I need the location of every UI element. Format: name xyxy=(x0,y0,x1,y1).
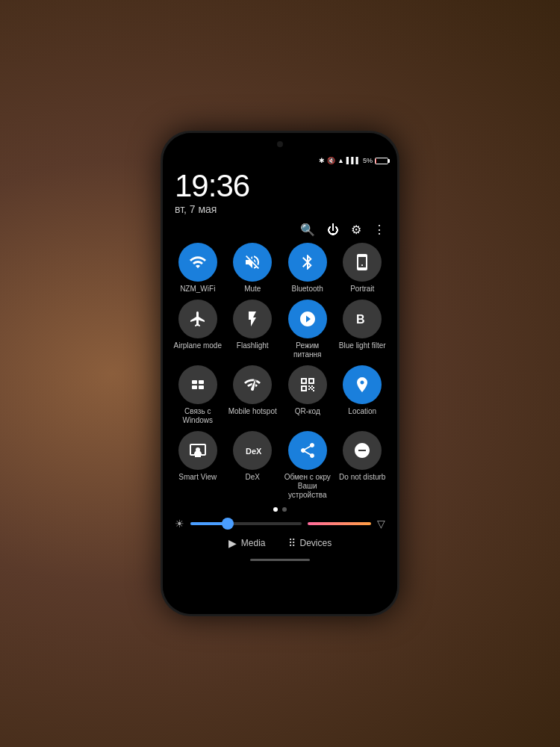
tile-portrait[interactable]: Portrait xyxy=(337,243,389,294)
airplane-tile-label: Airplane mode xyxy=(174,341,222,350)
camera xyxy=(277,141,283,147)
bottom-bar: ▶ Media ⠿ Devices xyxy=(163,533,397,554)
windows-tile-label: Связь с Windows xyxy=(172,407,224,425)
battery-icon xyxy=(375,158,388,164)
brightness-end xyxy=(308,522,371,525)
dot-2 xyxy=(282,507,287,512)
svg-text:B: B xyxy=(356,313,365,326)
tile-dnd[interactable]: Do not disturb xyxy=(337,431,389,500)
bluetooth-status-icon: ✱ xyxy=(319,157,325,164)
expand-button[interactable]: ▽ xyxy=(377,518,385,530)
status-icons: ✱ 🔇 ▲ ▌▌▌ 5% xyxy=(319,157,388,164)
status-bar: ✱ 🔇 ▲ ▌▌▌ 5% xyxy=(163,155,397,164)
signal-status-icon: ▌▌▌ xyxy=(346,157,361,164)
tiles-grid: NZM_WiFi Mute Bl xyxy=(163,240,397,503)
brightness-fill xyxy=(190,522,224,525)
more-icon[interactable]: ⋮ xyxy=(373,223,385,237)
dnd-tile-label: Do not disturb xyxy=(339,473,385,482)
blue-light-tile-label: Blue light filter xyxy=(339,341,386,350)
qr-tile-icon xyxy=(288,365,327,404)
tile-share[interactable]: Обмен с окру Ваши устройства xyxy=(281,431,334,500)
mute-tile-label: Mute xyxy=(244,285,261,294)
devices-icon: ⠿ xyxy=(288,537,296,549)
svg-rect-3 xyxy=(192,385,197,389)
bluetooth-tile-label: Bluetooth xyxy=(292,285,323,294)
blue-light-tile-icon: B xyxy=(343,300,382,338)
windows-tile-icon xyxy=(178,365,217,404)
svg-text:DeX: DeX xyxy=(246,447,261,456)
media-label: Media xyxy=(241,538,266,548)
home-bar xyxy=(250,559,310,561)
power-icon[interactable]: ⏻ xyxy=(327,223,339,237)
tile-hotspot[interactable]: Mobile hotspot xyxy=(227,365,279,425)
bluetooth-tile-icon xyxy=(288,243,327,282)
brightness-thumb xyxy=(222,518,234,530)
mute-tile-icon xyxy=(233,243,272,282)
tile-bluetooth[interactable]: Bluetooth xyxy=(281,243,334,294)
phone-screen: ✱ 🔇 ▲ ▌▌▌ 5% 19:36 вт, 7 мая 🔍 ⏻ ⚙ xyxy=(163,133,397,614)
home-indicator xyxy=(163,554,397,565)
flashlight-tile-icon xyxy=(233,300,272,338)
wifi-tile-label: NZM_WiFi xyxy=(180,285,215,294)
svg-rect-2 xyxy=(199,380,204,384)
wifi-tile-icon xyxy=(178,243,217,282)
quick-actions-header: 🔍 ⏻ ⚙ ⋮ xyxy=(163,220,397,240)
dot-1 xyxy=(273,507,278,512)
share-tile-label: Обмен с окру Ваши устройства xyxy=(281,473,334,500)
screen-content: 19:36 вт, 7 мая 🔍 ⏻ ⚙ ⋮ NZM_WiFi xyxy=(163,164,397,614)
battery-fill xyxy=(376,158,376,164)
hotspot-tile-label: Mobile hotspot xyxy=(228,407,277,416)
tile-qr[interactable]: QR-код xyxy=(281,365,334,425)
devices-label: Devices xyxy=(300,538,332,548)
search-icon[interactable]: 🔍 xyxy=(300,223,315,237)
date-display: вт, 7 мая xyxy=(175,203,385,215)
tile-windows[interactable]: Связь с Windows xyxy=(172,365,224,425)
battery-percentage: 5% xyxy=(363,157,373,164)
svg-rect-1 xyxy=(192,380,197,384)
svg-rect-4 xyxy=(199,385,204,389)
share-tile-icon xyxy=(288,431,327,470)
tile-power-mode[interactable]: Режим питання xyxy=(281,300,334,359)
media-icon: ▶ xyxy=(228,537,237,549)
dex-tile-label: DeX xyxy=(246,473,260,482)
tile-flashlight[interactable]: Flashlight xyxy=(227,300,279,359)
flashlight-tile-label: Flashlight xyxy=(237,341,269,350)
tile-location[interactable]: Location xyxy=(337,365,389,425)
airplane-tile-icon xyxy=(178,300,217,338)
hotspot-tile-icon xyxy=(233,365,272,404)
portrait-tile-icon xyxy=(343,243,382,282)
notch-area xyxy=(163,133,397,155)
tile-mute[interactable]: Mute xyxy=(227,243,279,294)
media-button[interactable]: ▶ Media xyxy=(228,537,266,549)
settings-icon[interactable]: ⚙ xyxy=(351,223,361,237)
brightness-icon: ☀ xyxy=(175,518,184,530)
time-section: 19:36 вт, 7 мая xyxy=(163,164,397,220)
time-display: 19:36 xyxy=(175,170,385,202)
wifi-status-icon: ▲ xyxy=(337,157,344,164)
power-mode-tile-label: Режим питання xyxy=(281,341,334,359)
qr-tile-label: QR-код xyxy=(295,407,320,416)
tile-blue-light[interactable]: B Blue light filter xyxy=(337,300,389,359)
location-tile-label: Location xyxy=(348,407,376,416)
tile-smartview[interactable]: Smart View xyxy=(172,431,224,500)
tile-dex[interactable]: DeX DeX xyxy=(227,431,279,500)
devices-button[interactable]: ⠿ Devices xyxy=(288,537,332,549)
battery-tip xyxy=(388,159,390,163)
portrait-tile-label: Portrait xyxy=(350,285,374,294)
dex-tile-icon: DeX xyxy=(233,431,272,470)
brightness-row: ☀ ▽ xyxy=(163,515,397,533)
phone-frame: ✱ 🔇 ▲ ▌▌▌ 5% 19:36 вт, 7 мая 🔍 ⏻ ⚙ xyxy=(161,131,399,616)
brightness-track[interactable] xyxy=(190,522,302,525)
tile-wifi[interactable]: NZM_WiFi xyxy=(172,243,224,294)
mute-status-icon: 🔇 xyxy=(327,157,335,164)
smartview-tile-icon xyxy=(178,431,217,470)
tile-airplane[interactable]: Airplane mode xyxy=(172,300,224,359)
dnd-tile-icon xyxy=(343,431,382,470)
power-mode-tile-icon xyxy=(288,300,327,338)
location-tile-icon xyxy=(343,365,382,404)
smartview-tile-label: Smart View xyxy=(178,473,217,482)
page-dots xyxy=(163,503,397,515)
